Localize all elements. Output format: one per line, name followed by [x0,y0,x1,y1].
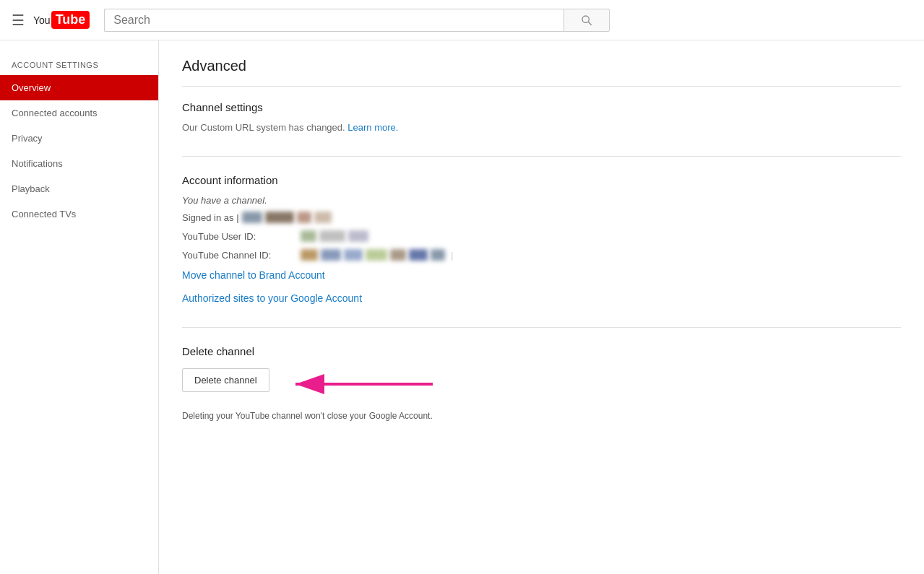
divider-1 [182,156,901,157]
channel-id-blurs: | [301,249,453,261]
divider-2 [182,327,901,328]
signed-in-row: Signed in as | [182,212,901,223]
sidebar-item-overview[interactable]: Overview [0,75,158,100]
user-id-blurs [301,230,368,242]
header: ☰ YouTube [0,0,924,40]
youtube-user-id-label: YouTube User ID: [182,231,298,242]
search-input[interactable] [104,9,564,32]
sidebar-item-privacy[interactable]: Privacy [0,126,158,151]
youtube-channel-id-label: YouTube Channel ID: [182,250,298,261]
delete-channel-note: Deleting your YouTube channel won't clos… [182,411,901,421]
search-button[interactable] [564,9,610,32]
menu-icon[interactable]: ☰ [12,12,25,29]
cid-blur-5 [390,249,406,261]
account-info-section: Account information You have a channel. … [182,174,901,304]
channel-settings-text: Our Custom URL system has changed. Learn… [182,122,901,133]
delete-channel-section: Delete channel Delete channel Deleting y… [182,345,901,421]
youtube-user-id-row: YouTube User ID: [182,230,901,242]
blur-3 [297,212,311,223]
cid-blur-3 [344,249,363,261]
cid-blur-2 [321,249,341,261]
search-icon [581,14,592,26]
logo-tube-text: Tube [51,11,90,29]
channel-id-separator: | [451,250,453,261]
move-channel-row: Move channel to Brand Account [182,269,901,281]
search-container [104,9,610,32]
uid-blur-3 [348,230,368,242]
move-channel-link[interactable]: Move channel to Brand Account [182,269,325,281]
authorized-sites-row: Authorized sites to your Google Account [182,292,901,304]
channel-settings-section: Channel settings Our Custom URL system h… [182,101,901,133]
main-content: Advanced Channel settings Our Custom URL… [159,40,924,574]
sidebar-item-playback[interactable]: Playback [0,176,158,201]
arrow-annotation [281,366,440,402]
logo[interactable]: YouTube [33,11,90,29]
learn-more-link[interactable]: Learn more. [347,122,398,133]
blur-2 [265,212,294,223]
sidebar-item-connected-tvs[interactable]: Connected TVs [0,201,158,227]
sidebar-item-connected-accounts[interactable]: Connected accounts [0,100,158,126]
delete-channel-title: Delete channel [182,345,901,357]
sidebar-item-notifications[interactable]: Notifications [0,151,158,176]
sidebar: ACCOUNT SETTINGS Overview Connected acco… [0,40,159,574]
delete-section-row: Delete channel [182,366,901,402]
authorized-sites-link[interactable]: Authorized sites to your Google Account [182,292,362,304]
cid-blur-6 [409,249,428,261]
page-container: ACCOUNT SETTINGS Overview Connected acco… [0,40,924,574]
svg-line-1 [589,22,592,25]
channel-settings-title: Channel settings [182,101,901,113]
account-info-title: Account information [182,174,901,186]
signed-in-label: Signed in as | [182,212,239,223]
blur-4 [314,212,332,223]
cid-blur-1 [301,249,318,261]
cid-blur-4 [366,249,387,261]
signed-in-blurs [242,212,332,223]
logo-you-text: You [33,14,51,26]
cid-blur-7 [431,249,445,261]
svg-point-0 [582,16,589,22]
youtube-channel-id-row: YouTube Channel ID: | [182,249,901,261]
delete-channel-button[interactable]: Delete channel [182,368,269,392]
blur-1 [242,212,262,223]
uid-blur-1 [301,230,316,242]
sidebar-section-title: ACCOUNT SETTINGS [0,52,158,75]
custom-url-text: Our Custom URL system has changed. [182,122,345,133]
channel-text: You have a channel. [182,195,901,206]
uid-blur-2 [319,230,345,242]
page-title: Advanced [182,58,901,87]
